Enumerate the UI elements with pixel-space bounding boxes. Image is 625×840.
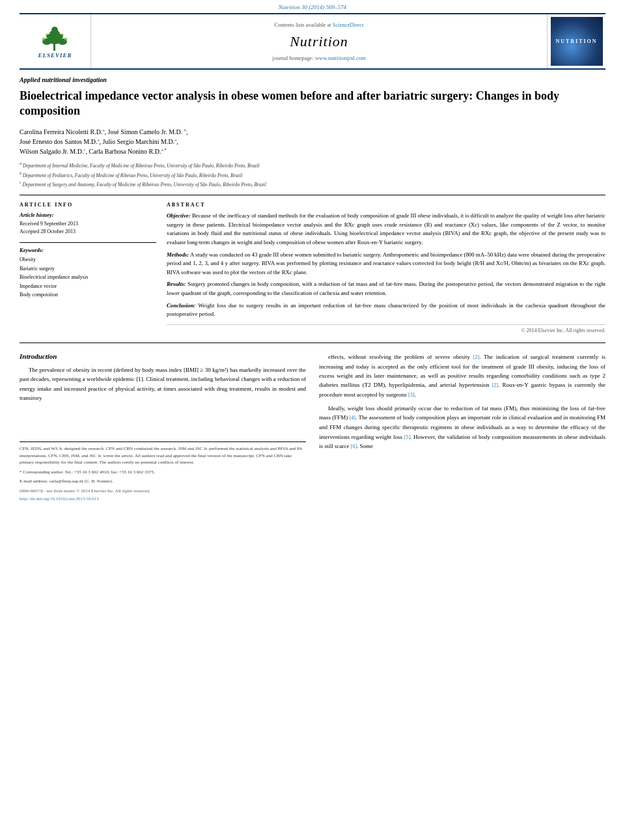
authors-line: Carolina Ferreira Nicoletti R.D.a, José … bbox=[20, 127, 605, 157]
abstract-column: Abstract Objective: Because of the ineff… bbox=[167, 202, 605, 333]
issn-line: 0899-9007/$ - see front matter © 2014 El… bbox=[20, 488, 306, 495]
body-left-col: Introduction The prevalence of obesity i… bbox=[20, 352, 306, 504]
svg-point-10 bbox=[46, 33, 48, 35]
elsevier-wordmark: ELSEVIER bbox=[38, 52, 72, 59]
intro-paragraph-2: effects, without resolving the problem o… bbox=[319, 352, 605, 451]
author-contributions-note: CFN, JEDS, and WS Jr. designed the resea… bbox=[20, 445, 306, 466]
article-title: Bioelectrical impedance vector analysis … bbox=[20, 89, 605, 119]
introduction-section: Introduction The prevalence of obesity i… bbox=[20, 352, 605, 504]
keyword-5: Body composition bbox=[20, 290, 156, 300]
affiliations: a Department of Internal Medicine, Facul… bbox=[20, 161, 605, 188]
journal-citation: Nutrition 30 (2014) 569–574 bbox=[0, 0, 625, 13]
keyword-4: Impedance vector bbox=[20, 282, 156, 291]
elsevier-tree-icon bbox=[37, 25, 73, 52]
article-info-column: Article Info Article history: Received 9… bbox=[20, 202, 156, 333]
nutrition-logo-box: NUTRITION bbox=[547, 14, 605, 68]
email-note: E-mail address: carla@fmrp.usp.br (C. B.… bbox=[20, 478, 306, 485]
intro-paragraph-1: The prevalence of obesity in recent (def… bbox=[20, 365, 306, 403]
citation-text: Nutrition 30 (2014) 569–574 bbox=[279, 4, 346, 10]
body-right-col: effects, without resolving the problem o… bbox=[319, 352, 605, 504]
keywords-label: Keywords: bbox=[20, 247, 156, 253]
doi-link[interactable]: http://dx.doi.org/10.1016/j.nut.2013.10.… bbox=[20, 496, 306, 503]
footnote-area: CFN, JEDS, and WS Jr. designed the resea… bbox=[20, 441, 306, 503]
svg-point-11 bbox=[62, 33, 64, 35]
svg-rect-0 bbox=[53, 44, 55, 51]
article-type: Applied nutritional investigation bbox=[20, 76, 605, 83]
nutrition-logo-label: NUTRITION bbox=[555, 38, 597, 44]
homepage-link[interactable]: www.nutritionjrnl.com bbox=[315, 55, 366, 61]
article-info-abstract: Article Info Article history: Received 9… bbox=[20, 202, 605, 333]
divider-1 bbox=[20, 195, 605, 195]
history-label: Article history: bbox=[20, 212, 156, 218]
keyword-2: Bariatric surgery bbox=[20, 264, 156, 273]
article-info-heading: Article Info bbox=[20, 202, 156, 208]
affiliation-c: c Department of Surgery and Anatomy, Fac… bbox=[20, 180, 605, 188]
accepted-date: Accepted 28 October 2013 bbox=[20, 228, 156, 236]
homepage-line: journal homepage: www.nutritionjrnl.com bbox=[272, 55, 365, 61]
divider-keywords bbox=[20, 242, 156, 243]
divider-2 bbox=[20, 343, 605, 343]
contents-line: Contents lists available at ScienceDirec… bbox=[275, 21, 364, 28]
keyword-1: Obesity bbox=[20, 255, 156, 264]
svg-point-8 bbox=[42, 38, 45, 40]
sciencedirect-link[interactable]: ScienceDirect bbox=[333, 21, 364, 28]
abstract-heading: Abstract bbox=[167, 202, 605, 208]
corresponding-note: * Corresponding author. Tel.: +55 16 3 6… bbox=[20, 469, 306, 476]
abstract-results: Results: Surgery promoted changes in bod… bbox=[167, 280, 605, 298]
keyword-3: Bioelectrical impedance analysis bbox=[20, 273, 156, 282]
abstract-conclusion: Conclusion: Weight loss due to surgery r… bbox=[167, 301, 605, 319]
keywords-list: Obesity Bariatric surgery Bioelectrical … bbox=[20, 255, 156, 300]
introduction-heading: Introduction bbox=[20, 352, 306, 360]
svg-point-9 bbox=[64, 38, 67, 40]
abstract-objective: Objective: Because of the inefficacy of … bbox=[167, 212, 605, 247]
article-history: Article history: Received 9 September 20… bbox=[20, 212, 156, 236]
affiliation-b: b Department of Pediatrics, Faculty of M… bbox=[20, 171, 605, 179]
affiliation-a: a Department of Internal Medicine, Facul… bbox=[20, 161, 605, 169]
journal-title: Nutrition bbox=[290, 33, 348, 50]
elsevier-logo: ELSEVIER bbox=[20, 14, 91, 68]
svg-point-7 bbox=[51, 27, 58, 33]
abstract-copyright: © 2014 Elsevier Inc. All rights reserved… bbox=[167, 324, 605, 333]
received-date: Received 9 September 2013 bbox=[20, 220, 156, 228]
journal-header: ELSEVIER Contents lists available at Sci… bbox=[20, 13, 605, 70]
journal-center-info: Contents lists available at ScienceDirec… bbox=[91, 14, 547, 68]
abstract-content: Objective: Because of the inefficacy of … bbox=[167, 212, 605, 319]
body-two-col: Introduction The prevalence of obesity i… bbox=[20, 352, 605, 504]
nutrition-logo-image: NUTRITION bbox=[551, 17, 603, 66]
abstract-methods: Methods: A study was conducted on 43 gra… bbox=[167, 251, 605, 277]
keywords-section: Keywords: Obesity Bariatric surgery Bioe… bbox=[20, 247, 156, 300]
